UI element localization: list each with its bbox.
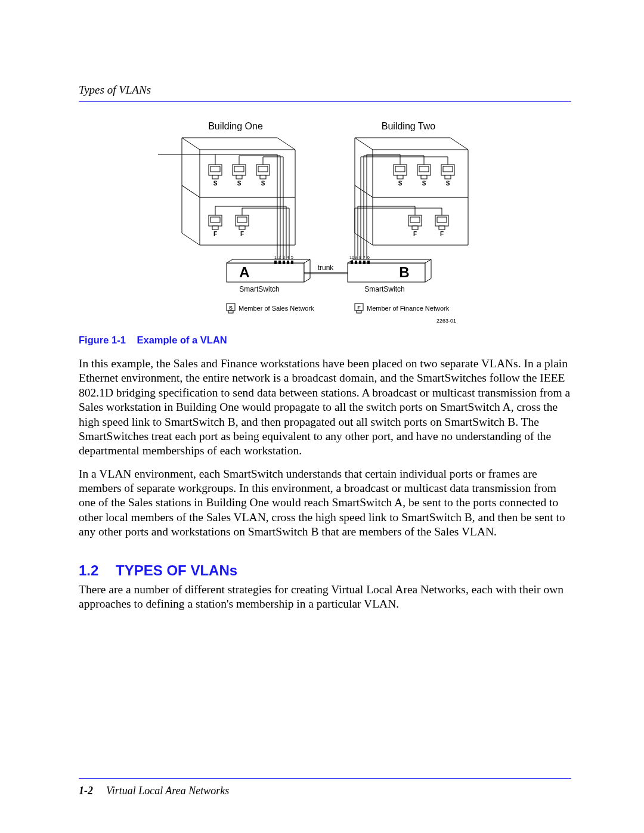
header-section-label: Types of VLANs (79, 83, 571, 97)
page: Types of VLANs Building One Building Two (0, 0, 644, 833)
svg-rect-51 (419, 166, 429, 172)
building-two-label: Building Two (382, 121, 436, 131)
svg-rect-108 (363, 261, 366, 264)
svg-rect-6 (212, 175, 218, 179)
svg-text:S: S (237, 180, 242, 187)
svg-rect-102 (351, 261, 353, 264)
svg-rect-19 (210, 217, 220, 222)
svg-text:S: S (261, 180, 265, 187)
svg-text:F: F (413, 231, 417, 237)
svg-rect-52 (421, 175, 427, 179)
svg-text:S: S (229, 305, 233, 311)
svg-text:3: 3 (283, 255, 285, 259)
svg-rect-104 (355, 261, 357, 264)
svg-text:4: 4 (287, 255, 289, 259)
svg-text:Member of Sales Network: Member of Sales Network (239, 305, 314, 312)
svg-text:7: 7 (363, 255, 366, 259)
figure-caption-text: Example of a VLAN (137, 335, 227, 345)
svg-rect-61 (410, 217, 420, 222)
svg-rect-9 (234, 166, 244, 172)
svg-rect-23 (237, 217, 247, 222)
paragraph-1: In this example, the Sales and Finance w… (79, 357, 571, 459)
svg-rect-56 (445, 175, 451, 179)
svg-text:F: F (357, 305, 361, 311)
svg-text:1: 1 (274, 255, 277, 259)
svg-rect-93 (287, 261, 289, 264)
svg-rect-117 (228, 311, 233, 313)
svg-rect-106 (359, 261, 361, 264)
header-divider (79, 101, 571, 102)
svg-text:6: 6 (367, 255, 370, 259)
svg-text:S: S (398, 180, 402, 187)
svg-text:F: F (440, 231, 444, 237)
svg-rect-98 (348, 263, 425, 282)
svg-rect-13 (258, 166, 268, 172)
svg-marker-84 (227, 259, 310, 263)
svg-rect-66 (439, 226, 445, 230)
footer-doc-title: Virtual Local Area Networks (106, 785, 229, 797)
paragraph-2: In a VLAN environment, each SmartSwitch … (79, 467, 571, 540)
figure-caption: Figure 1-1 Example of a VLAN (79, 335, 571, 346)
svg-text:S: S (446, 180, 450, 187)
svg-text:F: F (240, 231, 244, 237)
running-header: Types of VLANs (79, 83, 571, 120)
svg-rect-14 (260, 175, 266, 179)
svg-text:F: F (213, 231, 217, 237)
svg-text:S: S (213, 180, 218, 187)
svg-text:Member of Finance Network: Member of Finance Network (367, 305, 450, 312)
svg-rect-5 (210, 166, 220, 172)
svg-text:5: 5 (291, 255, 293, 259)
building-one-label: Building One (208, 121, 263, 131)
figure-vlan-diagram: Building One Building Two S S S (79, 120, 571, 329)
section-number: 1.2 (79, 562, 98, 578)
svg-text:9: 9 (355, 255, 357, 259)
svg-marker-85 (304, 259, 310, 282)
svg-text:SmartSwitch: SmartSwitch (364, 285, 404, 293)
footer-page-number: 1-2 (79, 785, 93, 797)
svg-rect-65 (437, 217, 447, 222)
trunk-link: trunk (304, 264, 348, 274)
page-footer: 1-2 Virtual Local Area Networks (79, 785, 571, 797)
svg-text:B: B (399, 264, 409, 280)
svg-text:8: 8 (359, 255, 361, 259)
svg-rect-47 (395, 166, 405, 172)
svg-text:trunk: trunk (318, 264, 335, 272)
svg-rect-121 (357, 311, 361, 313)
vlan-diagram-svg: Building One Building Two S S S (158, 120, 492, 329)
svg-marker-100 (425, 259, 431, 282)
svg-rect-110 (367, 261, 370, 264)
svg-rect-83 (227, 263, 304, 282)
svg-rect-89 (278, 261, 281, 264)
section-intro: There are a number of different strategi… (79, 583, 571, 612)
building-one-box: S S S F F (158, 138, 295, 263)
svg-rect-10 (236, 175, 242, 179)
footer-divider (79, 778, 571, 779)
svg-rect-20 (212, 226, 218, 230)
svg-rect-24 (239, 226, 245, 230)
building-two-box: S S S F F (355, 138, 468, 263)
figure-caption-label: Figure 1-1 (79, 335, 126, 345)
svg-text:A: A (239, 264, 249, 280)
figure-legend: S Member of Sales Network F Member of Fi… (227, 304, 456, 324)
svg-text:10: 10 (349, 255, 354, 259)
svg-rect-62 (412, 226, 418, 230)
svg-rect-91 (283, 261, 285, 264)
svg-rect-48 (397, 175, 403, 179)
smartswitch-a: A 1 2 3 4 5 SmartSwitch (227, 255, 310, 293)
svg-text:S: S (422, 180, 426, 187)
svg-rect-95 (291, 261, 293, 264)
svg-rect-87 (274, 261, 277, 264)
svg-text:2: 2 (278, 255, 281, 259)
svg-text:SmartSwitch: SmartSwitch (239, 285, 279, 293)
svg-rect-55 (443, 166, 453, 172)
svg-text:2263-01: 2263-01 (436, 318, 456, 324)
section-title: TYPES OF VLANs (116, 562, 237, 578)
smartswitch-b: B 10 9 8 7 6 SmartSwitch (348, 255, 431, 293)
section-1-2-heading: 1.2 TYPES OF VLANs (79, 562, 571, 579)
